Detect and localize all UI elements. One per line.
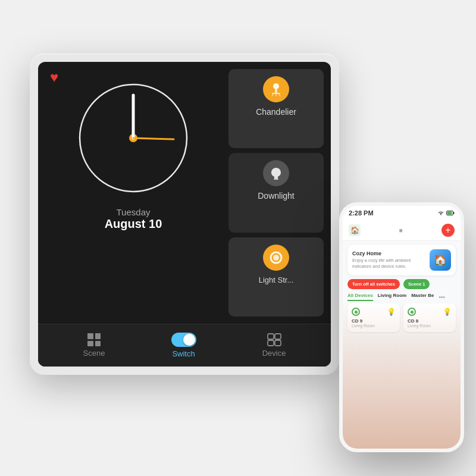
nav-device[interactable]: Device [250, 331, 298, 360]
svg-rect-19 [453, 212, 455, 214]
nav-scene-label: Scene [83, 349, 105, 358]
phone-status-bar: 2:28 PM [343, 206, 461, 220]
svg-rect-18 [447, 212, 452, 215]
tab-master-bed[interactable]: Master Be [411, 293, 434, 301]
device-location-cd8: Living Room [408, 324, 452, 328]
device-power-icon-2 [408, 308, 416, 316]
controls-section: Chandelier Downlight [228, 69, 324, 317]
app-header: 🏠 ≡ + [343, 220, 461, 241]
nav-switch[interactable]: Switch [159, 330, 208, 361]
svg-rect-15 [268, 340, 274, 346]
action-buttons: Turn off all switches Scene 1 [343, 279, 461, 289]
nav-switch-label: Switch [172, 349, 195, 358]
app-header-label: ≡ [399, 227, 403, 234]
svg-rect-16 [275, 340, 281, 346]
heart-icon[interactable]: ♥ [50, 69, 58, 86]
grid-cell-4 [95, 341, 101, 347]
clock-svg [74, 79, 193, 198]
tab-all-devices[interactable]: All Devices [347, 293, 373, 301]
smart-panel: ♥ Tuesd [30, 54, 339, 375]
device-name-cd9: CD 9 [352, 318, 396, 324]
cozy-banner: Cozy Home Enjoy a cozy life with ambient… [347, 245, 456, 275]
svg-rect-13 [268, 334, 274, 339]
light-strip-icon [263, 245, 289, 271]
svg-rect-6 [272, 93, 280, 94]
device-location-cd9: Living Room [352, 324, 396, 328]
turn-off-button[interactable]: Turn off all switches [347, 279, 400, 289]
date-day: Tuesday [105, 207, 162, 217]
downlight-label: Downlight [258, 191, 294, 201]
svg-rect-10 [274, 178, 278, 180]
switch-toggle-icon [171, 333, 196, 347]
grid-cell-3 [87, 341, 93, 347]
svg-line-9 [279, 94, 280, 96]
svg-line-7 [272, 94, 273, 96]
app-logo: 🏠 [349, 224, 361, 236]
device-card-cd8[interactable]: 💡 CD 8 Living Room [403, 303, 456, 332]
tab-living-room[interactable]: Living Room [378, 293, 406, 301]
battery-icon [446, 211, 455, 215]
nav-scene[interactable]: Scene [71, 331, 117, 360]
panel-nav: Scene Switch De [38, 324, 331, 367]
phone-device: 2:28 PM � [339, 202, 464, 452]
clock-section: ♥ Tuesd [45, 69, 221, 317]
add-button[interactable]: + [441, 224, 455, 237]
chandelier-icon [263, 76, 289, 102]
devices-grid: 💡 CD 9 Living Room 💡 CD 8 Living Room [343, 303, 461, 332]
phone-screen: 🏠 ≡ + Cozy Home Enjoy a cozy life with a… [343, 220, 461, 449]
svg-point-12 [273, 255, 279, 261]
downlight-icon [263, 160, 289, 186]
scene-button[interactable]: Scene 1 [403, 279, 430, 289]
date-display: Tuesday August 10 [105, 207, 162, 231]
main-container: ♥ Tuesd [0, 0, 476, 476]
cozy-title: Cozy Home [352, 250, 426, 256]
toggle-knob [183, 334, 195, 346]
panel-screen: ♥ Tuesd [38, 62, 331, 367]
device-brightness-icon-2: 💡 [443, 308, 452, 316]
device-card-cd9[interactable]: 💡 CD 9 Living Room [347, 303, 400, 332]
tab-more[interactable]: ••• [439, 294, 445, 300]
svg-point-4 [273, 83, 279, 89]
panel-main-area: ♥ Tuesd [38, 62, 331, 324]
grid-cell-1 [87, 333, 93, 339]
scene-grid-icon [87, 333, 101, 346]
tabs-row: All Devices Living Room Master Be ••• [343, 293, 461, 301]
chandelier-label: Chandelier [256, 107, 296, 117]
chandelier-button[interactable]: Chandelier [228, 69, 324, 148]
wifi-icon [437, 211, 444, 215]
device-power-icon-1 [352, 308, 360, 316]
date-full: August 10 [105, 217, 162, 231]
device-name-cd8: CD 8 [408, 318, 452, 324]
device-icon [267, 333, 281, 346]
cozy-house-icon: 🏠 [430, 249, 451, 271]
phone-status-icons [437, 211, 455, 215]
downlight-button[interactable]: Downlight [228, 153, 324, 232]
cozy-text: Cozy Home Enjoy a cozy life with ambient… [352, 250, 426, 270]
device-card-header-1: 💡 [352, 308, 396, 316]
clock-face [74, 79, 193, 198]
phone-container: 2:28 PM � [339, 202, 464, 452]
device-brightness-icon-1: 💡 [387, 308, 396, 316]
light-strip-button[interactable]: Light Str... [228, 237, 324, 317]
svg-line-3 [133, 138, 174, 139]
grid-cell-2 [95, 333, 101, 339]
phone-time: 2:28 PM [349, 209, 374, 217]
nav-device-label: Device [262, 349, 286, 358]
svg-rect-14 [275, 334, 281, 339]
svg-rect-5 [275, 89, 277, 93]
light-strip-label: Light Str... [259, 275, 294, 284]
device-card-header-2: 💡 [408, 308, 452, 316]
cozy-desc: Enjoy a cozy life with ambient indicator… [352, 258, 426, 270]
